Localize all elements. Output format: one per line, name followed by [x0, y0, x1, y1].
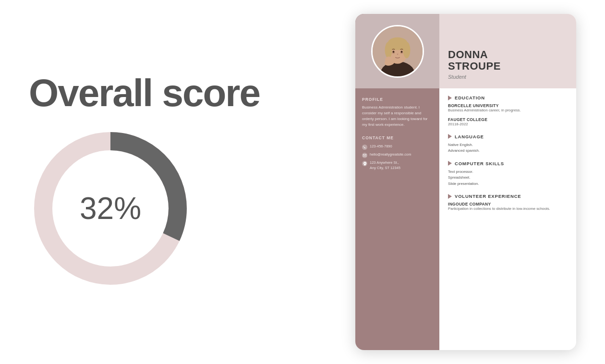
education-title: EDUCATION [455, 95, 485, 100]
volunteer-arrow-icon [448, 194, 452, 199]
resume-right-column: DONNA STROUPE Student EDUCATION BORCELLE… [439, 14, 576, 350]
avatar-area [355, 14, 439, 88]
computer-skills-title: COMPUTER SKILLS [455, 161, 504, 166]
computer-skills-text: Text processor. Spreadsheet. Slide prese… [448, 169, 568, 187]
language-text: Native English. Advanced spanish. [448, 142, 568, 154]
resume-card: PROFILE Business Administration student.… [355, 14, 576, 350]
computer-skills-section: COMPUTER SKILLS Text processor. Spreadsh… [448, 161, 568, 187]
location-icon [362, 161, 367, 166]
phone-icon [362, 145, 367, 150]
computer-skills-header: COMPUTER SKILLS [448, 161, 568, 166]
education-arrow-icon [448, 96, 452, 100]
svg-point-7 [385, 42, 392, 58]
donut-percent-label: 32% [80, 191, 141, 226]
edu-detail-1: Business Administration career, in progr… [448, 108, 568, 113]
contact-label: CONTACT ME [362, 135, 433, 140]
svg-point-8 [403, 42, 410, 58]
contact-phone-text: 123-456-7890 [370, 144, 392, 149]
computer-skills-arrow-icon [448, 161, 452, 166]
contact-address-text: 123 Anywhere St., Any City, ST 12345 [370, 160, 400, 170]
resume-job-title: Student [448, 74, 568, 80]
volunteer-header: VOLUNTEER EXPERIENCE [448, 194, 568, 199]
volunteer-section: VOLUNTEER EXPERIENCE INGOUDE COMPANY Par… [448, 194, 568, 212]
resume-name: DONNA STROUPE [448, 49, 568, 72]
contact-address-item: 123 Anywhere St., Any City, ST 12345 [362, 160, 433, 170]
edu-entry-1: BORCELLE UNIVERSITY Business Administrat… [448, 103, 568, 113]
svg-point-12 [400, 50, 402, 52]
overall-score-title: Overall score [29, 74, 260, 112]
volunteer-title: VOLUNTEER EXPERIENCE [455, 194, 521, 199]
language-header: LANGUAGE [448, 134, 568, 139]
volunteer-company: INGOUDE COMPANY [448, 202, 568, 206]
education-header: EDUCATION [448, 95, 568, 100]
resume-header: DONNA STROUPE Student [439, 14, 576, 88]
left-section: Overall score 32% [29, 74, 298, 290]
resume-left-column: PROFILE Business Administration student.… [355, 14, 439, 350]
email-icon [362, 153, 367, 158]
volunteer-entry: INGOUDE COMPANY Participation in collect… [448, 202, 568, 212]
edu-school-1: BORCELLE UNIVERSITY [448, 103, 568, 108]
edu-school-2: FAUGET COLLEGE [448, 117, 568, 122]
donut-chart: 32% [29, 127, 192, 290]
language-arrow-icon [448, 134, 452, 139]
resume-right-content: EDUCATION BORCELLE UNIVERSITY Business A… [439, 88, 576, 350]
edu-entry-2: FAUGET COLLEGE 20118-2022 [448, 117, 568, 127]
language-section: LANGUAGE Native English. Advanced spanis… [448, 134, 568, 154]
profile-text: Business Administration student. I consi… [362, 105, 433, 128]
avatar [371, 25, 424, 78]
resume-left-content: PROFILE Business Administration student.… [355, 88, 439, 173]
person-illustration [373, 26, 423, 76]
contact-email-text: hello@reallygreatsite.com [370, 152, 411, 158]
contact-phone-item: 123-456-7890 [362, 144, 433, 150]
svg-point-11 [392, 50, 394, 52]
contact-email-item: hello@reallygreatsite.com [362, 152, 433, 158]
profile-label: PROFILE [362, 97, 433, 102]
volunteer-detail: Participation in collections to distribu… [448, 206, 568, 212]
edu-detail-2: 20118-2022 [448, 122, 568, 127]
language-title: LANGUAGE [455, 134, 484, 139]
education-section: EDUCATION BORCELLE UNIVERSITY Business A… [448, 95, 568, 127]
